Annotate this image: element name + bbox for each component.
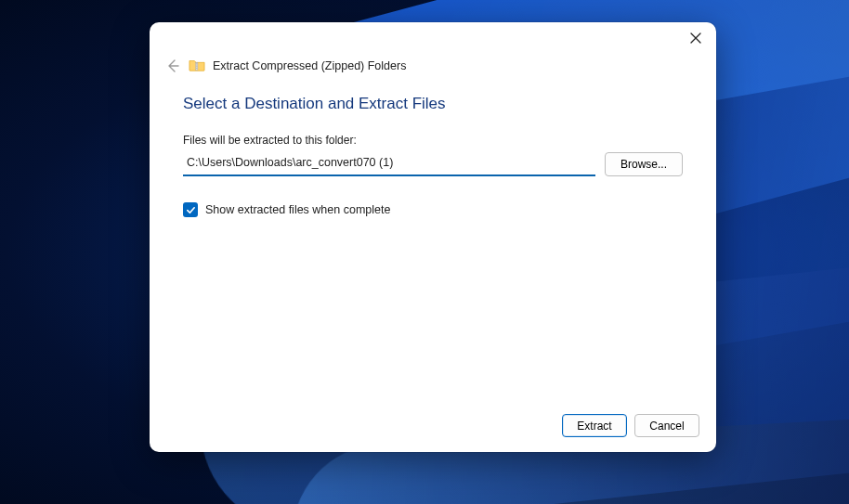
dialog-body: Select a Destination and Extract Files F… — [150, 84, 716, 405]
close-button[interactable] — [683, 25, 709, 51]
show-files-row: Show extracted files when complete — [183, 202, 683, 217]
zipped-folder-icon — [189, 58, 205, 74]
cancel-button[interactable]: Cancel — [634, 414, 699, 437]
back-button[interactable] — [164, 58, 181, 74]
show-files-checkbox[interactable] — [183, 202, 198, 217]
destination-label: Files will be extracted to this folder: — [183, 134, 683, 147]
destination-input[interactable] — [183, 152, 595, 176]
titlebar — [150, 22, 716, 54]
show-files-label: Show extracted files when complete — [205, 203, 390, 216]
extract-button[interactable]: Extract — [562, 414, 627, 437]
dialog-title: Extract Compressed (Zipped) Folders — [213, 59, 406, 72]
close-icon — [690, 32, 701, 44]
main-heading: Select a Destination and Extract Files — [183, 95, 683, 113]
checkmark-icon — [186, 205, 196, 215]
dialog-footer: Extract Cancel — [150, 405, 716, 452]
browse-button[interactable]: Browse... — [605, 152, 683, 176]
destination-row: Browse... — [183, 152, 683, 176]
extract-dialog: Extract Compressed (Zipped) Folders Sele… — [150, 22, 716, 452]
dialog-header: Extract Compressed (Zipped) Folders — [150, 54, 716, 84]
back-arrow-icon — [165, 58, 180, 73]
